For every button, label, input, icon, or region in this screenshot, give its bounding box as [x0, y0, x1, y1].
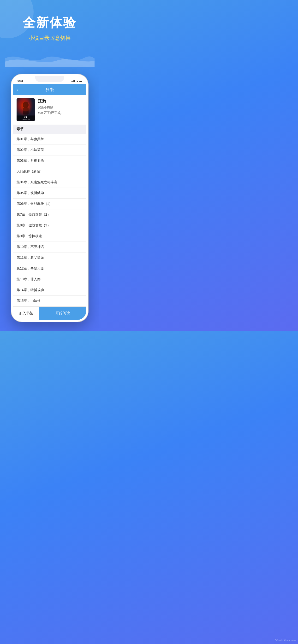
status-time: 9:41 [18, 79, 23, 83]
chapter-header-text: 章节 [17, 127, 24, 131]
hero-title: 全新体验 [5, 14, 95, 31]
wave-decoration [5, 49, 95, 68]
wifi-icon: ▲ [76, 80, 78, 82]
book-meta: 狂枭 实验小白鼠 509 万字(已完成) [38, 98, 83, 115]
chapter-item[interactable]: 第13章，非人类 [13, 274, 86, 285]
signal-bars-icon [72, 80, 75, 82]
chapter-item[interactable]: 第10章，不灭神话 [13, 242, 86, 252]
svg-text:实验小白鼠作品: 实验小白鼠作品 [22, 119, 30, 120]
phone-wrapper: 9:41 ▲ ▬ ‹ 狂枭 [0, 74, 99, 331]
back-button[interactable]: ‹ [17, 87, 19, 92]
chapter-item[interactable]: 第7章，傲战群雄（2） [13, 210, 86, 220]
hero-section: 全新体验 小说目录随意切换 [0, 0, 99, 77]
book-info: 狂枭 实验小白鼠作品 狂枭 实验小白鼠 509 万字(已完成) [13, 95, 86, 124]
chapter-item[interactable]: 第04章，东南亚死亡格斗赛 [13, 177, 86, 188]
notch-cutout [35, 76, 64, 82]
status-bar: 9:41 ▲ ▬ [13, 76, 86, 84]
book-author: 实验小白鼠 [38, 105, 83, 110]
phone-content: 狂枭 实验小白鼠作品 狂枭 实验小白鼠 509 万字(已完成) 章节 第01章，… [13, 95, 86, 320]
chapter-item[interactable]: 天门战将（新编） [13, 166, 86, 177]
start-read-button[interactable]: 开始阅读 [39, 307, 86, 320]
chapter-item[interactable]: 第15章，由妹妹 [13, 296, 86, 306]
svg-point-3 [21, 102, 31, 112]
chapter-item[interactable]: 第14章，猎捕成功 [13, 285, 86, 296]
chapter-item[interactable]: 第02章，小妹茵茵 [13, 145, 86, 156]
chapter-item[interactable]: 第06章，傲战群雄（1） [13, 198, 86, 210]
chapter-header: 章节 [13, 124, 86, 134]
bottom-bar: 加入书架 开始阅读 [13, 306, 86, 320]
status-icons: ▲ ▬ [72, 80, 82, 82]
add-shelf-button[interactable]: 加入书架 [13, 307, 39, 320]
book-title: 狂枭 [38, 98, 83, 104]
book-cover: 狂枭 实验小白鼠作品 [17, 98, 35, 121]
app-header: ‹ 狂枭 [13, 84, 86, 95]
battery-icon: ▬ [79, 80, 82, 82]
chapter-item[interactable]: 第8章，傲战群雄（3） [13, 220, 86, 231]
chapter-item[interactable]: 第01章，与狼共舞 [13, 134, 86, 145]
hero-subtitle: 小说目录随意切换 [5, 34, 95, 42]
chapter-item[interactable]: 第11章，教父翁允 [13, 252, 86, 263]
chapter-item[interactable]: 第9章，惊悚极速 [13, 231, 86, 242]
phone-mockup: 9:41 ▲ ▬ ‹ 狂枭 [11, 74, 88, 322]
svg-text:狂枭: 狂枭 [24, 116, 28, 118]
book-stats: 509 万字(已完成) [38, 111, 83, 115]
chapter-item[interactable]: 第05章，铁腿臧坤 [13, 188, 86, 198]
app-header-title: 狂枭 [46, 87, 54, 92]
chapter-item[interactable]: 第12章，帝皇大厦 [13, 263, 86, 274]
chapter-list: 第01章，与狼共舞第02章，小妹茵茵第03章，月夜血杀天门战将（新编）第04章，… [13, 134, 86, 306]
chapter-item[interactable]: 第03章，月夜血杀 [13, 156, 86, 166]
